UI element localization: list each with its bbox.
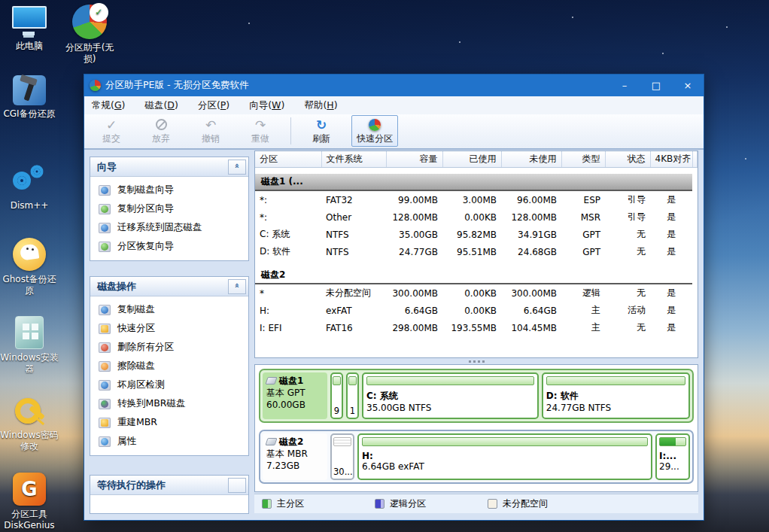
- disk2-partition-i[interactable]: I:... 29...: [655, 433, 690, 480]
- desktop-icon-label: DiskGenius: [0, 520, 59, 531]
- usage-bar: [366, 376, 534, 385]
- sidebar-item-copy-disk[interactable]: 复制磁盘: [90, 300, 248, 319]
- sidebar-item-delete-all-partitions[interactable]: 删除所有分区: [90, 338, 248, 357]
- desktop-icon-label: Dism++: [0, 200, 59, 211]
- desktop-icon-ghost-backup[interactable]: Ghost备份还原: [0, 238, 59, 296]
- panel-wizards-header: 向导 »: [90, 157, 248, 177]
- desktop-icon-windows-password[interactable]: Windows密码修改: [0, 397, 59, 452]
- table-header-row[interactable]: 分区 文件系统 容量 已使用 未使用 类型 状态 4KB对齐: [255, 151, 698, 167]
- menu-partition[interactable]: 分区(P): [198, 99, 229, 112]
- col-status[interactable]: 状态: [605, 151, 650, 167]
- disk2-group-row[interactable]: 磁盘2: [255, 267, 698, 284]
- sidebar-item-partition-recovery-wizard[interactable]: 分区恢复向导: [90, 237, 248, 256]
- menu-general[interactable]: 常规(G): [92, 99, 125, 112]
- desktop-icon-dism[interactable]: Dism++: [0, 163, 59, 211]
- menu-wizard[interactable]: 向导(W): [249, 99, 284, 112]
- sidebar-item-copy-disk-wizard[interactable]: 复制磁盘向导: [90, 181, 248, 199]
- legend-primary: 主分区: [262, 497, 375, 510]
- collapse-button[interactable]: »: [228, 279, 246, 294]
- refresh-icon: ↻: [316, 117, 327, 132]
- disk1-label[interactable]: 磁盘1 基本 GPT 60.00GB: [263, 372, 327, 419]
- undo-button[interactable]: ↶ 撤销: [191, 116, 230, 146]
- table-row[interactable]: I: EFIFAT16 298.00MB193.55MB 104.45MB主 无…: [255, 319, 698, 336]
- window-title: 分区助手PE版 - 无损分区免费软件: [105, 79, 609, 92]
- disk1-map-row[interactable]: 磁盘1 基本 GPT 60.00GB 9 1: [259, 369, 694, 423]
- titlebar[interactable]: 分区助手PE版 - 无损分区免费软件 – □ ×: [84, 74, 704, 96]
- redo-button[interactable]: ↷ 重做: [241, 116, 280, 146]
- desktop-icon-label: 分区工具: [0, 509, 59, 520]
- close-button[interactable]: ×: [672, 74, 704, 96]
- disk2-map-row[interactable]: 磁盘2 基本 MBR 7.23GB 30... H: 6.64GB exFAT: [259, 430, 694, 484]
- disk2-label[interactable]: 磁盘2 基本 MBR 7.23GB: [263, 433, 327, 480]
- col-capacity[interactable]: 容量: [386, 151, 442, 167]
- toolbar: ✓ 提交 放弃 ↶ 撤销 ↷ 重做 ↻ 刷新 快速分区: [84, 114, 704, 150]
- col-type[interactable]: 类型: [561, 151, 605, 167]
- table-row[interactable]: D: 软件NTFS 24.77GB95.51MB 24.68GBGPT 无是: [255, 243, 698, 260]
- migrate-os-icon: [99, 223, 111, 233]
- sidebar-item-copy-partition-wizard[interactable]: 复制分区向导: [90, 199, 248, 218]
- maximize-button[interactable]: □: [640, 74, 672, 96]
- disk1-partition-msr[interactable]: 1: [346, 372, 359, 419]
- table-row[interactable]: *:FAT32 99.00MB3.00MB 96.00MBESP 引导是: [255, 190, 698, 208]
- sidebar-item-properties[interactable]: 属性: [90, 432, 248, 451]
- partition-assistant-icon: ✓: [60, 5, 119, 39]
- app-window: 分区助手PE版 - 无损分区免费软件 – □ × 常规(G) 磁盘(D) 分区(…: [84, 74, 704, 521]
- refresh-button[interactable]: ↻ 刷新: [302, 116, 341, 146]
- disk1-partition-esp[interactable]: 9: [330, 372, 343, 419]
- col-unused[interactable]: 未使用: [501, 151, 561, 167]
- partition-recovery-icon: [99, 242, 111, 252]
- desktop-icon-diskgenius[interactable]: G 分区工具 DiskGenius: [0, 473, 59, 531]
- desktop-icon-label: CGI备份还原: [0, 108, 59, 120]
- sidebar-item-quick-partition[interactable]: 快速分区: [90, 319, 248, 338]
- col-stub: [692, 151, 698, 167]
- quick-partition-button[interactable]: 快速分区: [351, 115, 398, 147]
- col-filesystem[interactable]: 文件系统: [321, 151, 386, 167]
- legend-unallocated: 未分配空间: [488, 497, 600, 510]
- col-4k-aligned[interactable]: 4KB对齐: [650, 151, 692, 167]
- table-row[interactable]: C: 系统NTFS 35.00GB95.82MB 34.91GBGPT 无是: [255, 226, 698, 243]
- desktop-icon-partition-assistant[interactable]: ✓ 分区助手(无损): [60, 5, 119, 65]
- chevron-up-icon: »: [232, 284, 242, 288]
- collapse-button[interactable]: [228, 478, 246, 493]
- table-row[interactable]: *:Other 128.00MB0.00KB 128.00MBMSR 引导是: [255, 208, 698, 226]
- disk1-group-row[interactable]: 磁盘1 (...: [255, 174, 698, 190]
- wipe-icon: [99, 361, 111, 372]
- desktop-icon-this-pc[interactable]: 此电脑: [0, 6, 59, 52]
- discard-button[interactable]: 放弃: [141, 116, 181, 146]
- disk1-partition-c[interactable]: C: 系统 35.00GB NTFS: [362, 372, 539, 419]
- disk2-partition-h[interactable]: H: 6.64GB exFAT: [357, 433, 652, 480]
- gears-icon: [0, 163, 59, 197]
- minimize-button[interactable]: –: [609, 74, 640, 96]
- toolbar-separator: [290, 117, 291, 144]
- table-row[interactable]: H:exFAT 6.64GB0.00KB 6.64GB主 活动是: [255, 302, 698, 319]
- menu-disk[interactable]: 磁盘(D): [144, 99, 178, 112]
- sidebar-item-wipe-disk[interactable]: 擦除磁盘: [90, 357, 248, 375]
- sidebar-item-bad-sector-test[interactable]: 坏扇区检测: [90, 375, 248, 394]
- table-row[interactable]: *未分配空间 300.00MB0.00KB 300.00MB逻辑 无是: [255, 284, 698, 302]
- menu-help[interactable]: 帮助(H): [304, 99, 337, 112]
- desktop-icon-label: 此电脑: [0, 41, 59, 52]
- desktop-icon-cgi-backup[interactable]: CGI备份还原: [0, 75, 59, 120]
- usage-bar: [348, 376, 357, 385]
- ghost-icon: [0, 238, 59, 271]
- disk1-partition-d[interactable]: D: 软件 24.77GB NTFS: [542, 372, 690, 419]
- pane-splitter[interactable]: [254, 359, 698, 363]
- legend-bar: 主分区 逻辑分区 未分配空间: [254, 494, 698, 513]
- sidebar-item-convert-to-mbr[interactable]: 转换到MBR磁盘: [90, 394, 248, 413]
- desktop-icon-windows-installer[interactable]: Windows安装器: [0, 316, 59, 375]
- disk2-partition-unallocated[interactable]: 30...: [330, 433, 354, 480]
- col-partition[interactable]: 分区: [255, 151, 321, 167]
- collapse-button[interactable]: »: [228, 160, 246, 175]
- panel-pending-operations: 等待执行的操作: [90, 475, 249, 514]
- col-used[interactable]: 已使用: [442, 151, 501, 167]
- main-area: 分区 文件系统 容量 已使用 未使用 类型 状态 4KB对齐: [254, 150, 698, 513]
- client-area: 向导 » 复制磁盘向导 复制分区向导 迁移系统到固态磁盘 分区恢复向导 磁盘操作…: [84, 150, 704, 520]
- usage-bar: [659, 437, 686, 446]
- sidebar-item-migrate-os-to-ssd[interactable]: 迁移系统到固态磁盘: [90, 218, 248, 237]
- unallocated-swatch: [488, 499, 497, 509]
- undo-icon: ↶: [205, 117, 216, 132]
- sidebar-item-rebuild-mbr[interactable]: 重建MBR: [90, 413, 248, 432]
- legend-logical: 逻辑分区: [375, 497, 488, 510]
- magnifier-icon: [99, 380, 111, 391]
- commit-button[interactable]: ✓ 提交: [92, 116, 131, 146]
